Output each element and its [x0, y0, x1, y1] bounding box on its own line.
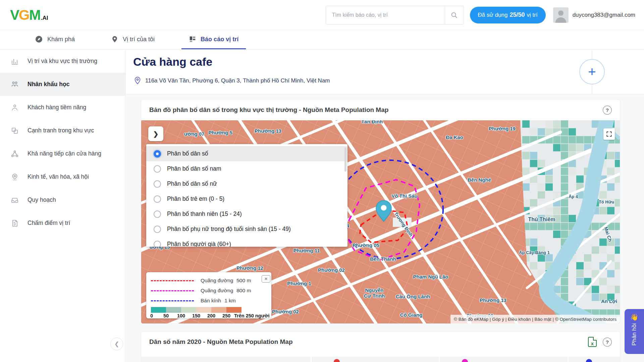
tab-kham-pha[interactable]: Khám phá [28, 30, 82, 49]
series-dot-magenta [462, 359, 468, 362]
tab-label: Khám phá [47, 36, 75, 43]
report-grid-icon [189, 36, 196, 43]
dash-swatch-blue [151, 300, 194, 301]
vgm-logo[interactable]: VGM .AI [10, 7, 48, 23]
map-building [393, 218, 412, 227]
sidebar-item-label: Khả năng tiếp cận cửa hàng [28, 150, 101, 157]
radio-icon [154, 180, 161, 188]
legend-row-500m: Quãng đường500 m [151, 276, 267, 286]
layer-option-phu-nu[interactable]: Phân bố phụ nữ trong độ tuổi sinh sản (1… [146, 222, 347, 237]
usage-prefix: Đã sử dụng [478, 12, 508, 18]
layer-option-label: Phân bố phụ nữ trong độ tuổi sinh sản (1… [167, 226, 291, 233]
search-input[interactable] [326, 6, 445, 24]
sidebar-item-label: Chấm điểm vị trí [28, 220, 70, 227]
map-legend: Quãng đường500 m Quãng đường800 m Bán kí… [146, 272, 271, 318]
logo-letter: V [10, 7, 19, 23]
avatar[interactable] [553, 7, 569, 23]
app-root: VGM .AI Đã sử dụng 25/50 vị trí duycong3… [0, 0, 644, 362]
bottom-card-header: Dân số năm 2020 - Nguồn Meta Population … [141, 331, 620, 352]
tab-label: Báo cáo vị trí [201, 36, 238, 43]
layer-option-nguoi-gia[interactable]: Phân bố người già (60+) [146, 237, 347, 247]
customer-icon [11, 104, 19, 112]
sidebar-item-vi-tri-khu-vuc[interactable]: Vị trí và khu vực thị trường [0, 50, 125, 73]
tab-vi-tri-cua-toi[interactable]: Vị trí của tôi [104, 30, 162, 49]
sidebar-collapse-button[interactable]: ❮ [110, 338, 123, 350]
layer-panel-toggle-button[interactable]: ❯ [148, 126, 163, 141]
search-button[interactable] [445, 6, 464, 24]
table-col-1km [568, 357, 617, 362]
layer-option-thanh-nien[interactable]: Phân bố thanh niên (15 - 24) [146, 206, 347, 222]
address-pin-icon [134, 76, 141, 85]
map-card-header: Bản đồ phân bố dân số trong khu vực thị … [141, 100, 620, 120]
attribution-terms-link[interactable]: Điều khoản [508, 317, 534, 322]
sidebar-item-label: Quy hoạch [28, 196, 56, 203]
tab-label: Vị trí của tôi [123, 36, 155, 43]
sidebar-item-label: Vị trí và khu vực thị trường [28, 58, 97, 65]
fullscreen-button[interactable] [603, 128, 615, 140]
usage-suffix: vị trí [527, 12, 538, 18]
table-col-label [141, 357, 311, 362]
layer-option-label: Phân bố người già (60+) [167, 241, 231, 247]
legend-close-button[interactable]: ✕ [262, 275, 270, 283]
bottom-card-title: Dân số năm 2020 - Nguồn Meta Population … [149, 338, 293, 346]
population-2020-card: Dân số năm 2020 - Nguồn Meta Population … [141, 331, 620, 362]
layer-option-tre-em[interactable]: Phân bố trẻ em (0 - 5) [146, 191, 347, 206]
tab-bao-cao-vi-tri[interactable]: Báo cáo vị trí [181, 30, 246, 49]
add-location-button[interactable]: + [579, 59, 605, 84]
layer-option-label: Phân bố dân số nam [167, 165, 221, 172]
layer-option-label: Phân bố trẻ em (0 - 5) [167, 195, 224, 202]
chevron-left-icon: ❮ [114, 341, 119, 348]
dash-swatch-magenta [151, 290, 194, 291]
address-text: 116a Võ Văn Tần, Phường 6, Quận 3, Thành… [145, 77, 330, 84]
help-icon[interactable]: ? [603, 106, 612, 115]
user-email[interactable]: duycong383@gmail.com [573, 12, 635, 18]
radio-icon [154, 165, 161, 173]
feedback-button[interactable]: 👋 Phản hồi [625, 309, 644, 354]
population-table-header [141, 357, 620, 362]
waving-hand-icon: 👋 [630, 313, 639, 321]
population-map-card: Bản đồ phân bố dân số trong khu vực thị … [141, 99, 620, 323]
sidebar-item-nhan-khau-hoc[interactable]: Nhân khẩu học [0, 73, 125, 96]
dash-swatch-red [151, 280, 194, 281]
attribution-osm-link[interactable]: © OpenStreetMap contributors [555, 317, 616, 322]
compass-icon [35, 35, 43, 43]
sidebar-item-quy-hoach[interactable]: Quy hoạch [0, 188, 125, 212]
location-pin-icon [111, 36, 118, 43]
map-attribution[interactable]: © Bản đồ eKMap Góp ý Điều khoản Bảo mật … [450, 315, 620, 323]
bar-chart-icon [11, 57, 19, 65]
sidebar-item-cham-diem[interactable]: Chấm điểm vị trí [0, 212, 125, 235]
layer-option-dan-so-nu[interactable]: Phân bố dân số nữ [146, 176, 347, 191]
help-icon[interactable]: ? [603, 338, 612, 347]
attribution-feedback-link[interactable]: Góp ý [492, 317, 508, 322]
logo-suffix: .AI [41, 15, 48, 21]
layer-option-dan-so-nam[interactable]: Phân bố dân số nam [146, 161, 347, 176]
radio-selected-icon [154, 150, 161, 158]
usage-quota-badge[interactable]: Đã sử dụng 25/50 vị trí [470, 7, 546, 23]
sidebar: Vị trí và khu vực thị trường Nhân khẩu h… [0, 50, 126, 362]
layer-option-label: Phân bố thanh niên (15 - 24) [167, 210, 242, 218]
legend-row-800m: Quãng đường800 m [151, 286, 267, 296]
panel-scrollbar[interactable] [344, 147, 346, 172]
series-dot-red [334, 359, 340, 362]
network-people-icon [11, 150, 19, 158]
people-icon [11, 80, 19, 88]
layer-option-dan-so[interactable]: Phân bố dân số [146, 146, 347, 161]
sidebar-item-canh-tranh[interactable]: Cạnh tranh trong khu vực [0, 119, 125, 142]
location-badge-icon [11, 173, 19, 181]
export-excel-button[interactable]: x [588, 337, 597, 347]
layer-option-label: Phân bố dân số [167, 150, 208, 157]
feedback-label: Phản hồi [631, 323, 638, 346]
sidebar-item-kha-nang-tiep-can[interactable]: Khả năng tiếp cận cửa hàng [0, 142, 125, 165]
sidebar-item-label: Khách hàng tiềm năng [28, 104, 86, 111]
map-canvas[interactable]: Tân Địnhường 07Phường 5Phường 13Phường 1… [141, 120, 620, 323]
sidebar-item-label: Nhân khẩu học [28, 81, 69, 88]
sidebar-item-khach-hang-tiem-nang[interactable]: Khách hàng tiềm năng [0, 96, 125, 119]
population-scale-bar [151, 307, 241, 313]
radio-icon [154, 210, 161, 218]
population-scale-labels: 0 50 100 150 200 250 Trên 250 người [151, 313, 267, 319]
header: VGM .AI Đã sử dụng 25/50 vị trí duycong3… [0, 0, 644, 30]
attribution-privacy-link[interactable]: Bảo mật [534, 317, 555, 322]
main-nav: Khám phá Vị trí của tôi Báo cáo vị trí [0, 30, 644, 50]
address-row: 116a Võ Văn Tần, Phường 6, Quận 3, Thành… [134, 76, 330, 85]
sidebar-item-kinh-te-van-hoa[interactable]: Kinh tế, văn hóa, xã hội [0, 165, 125, 188]
